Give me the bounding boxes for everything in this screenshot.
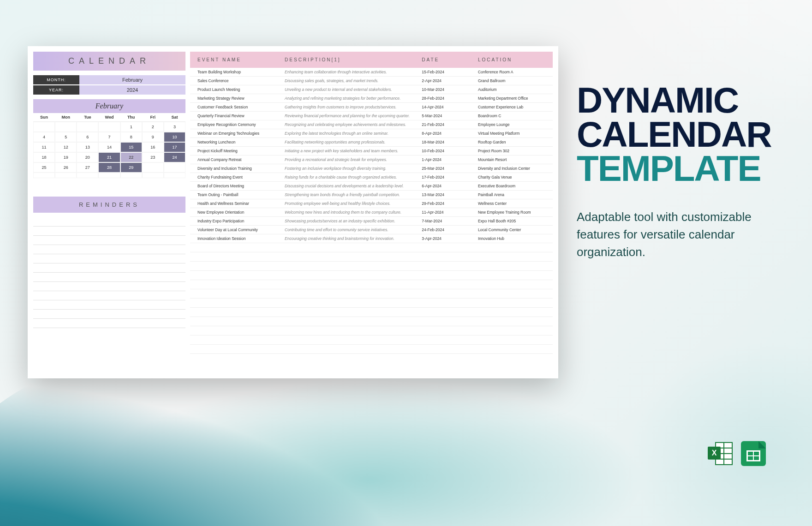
calendar-cell[interactable] <box>142 173 164 178</box>
calendar-cell[interactable]: 3 <box>164 122 185 132</box>
calendar-cell[interactable] <box>33 122 55 132</box>
reminder-row[interactable] <box>33 245 185 254</box>
calendar-cell[interactable]: 28 <box>98 162 120 173</box>
calendar-cell[interactable]: 15 <box>120 142 142 152</box>
calendar-cell[interactable]: 9 <box>142 132 164 142</box>
excel-icon: X <box>708 441 733 466</box>
event-row[interactable]: Annual Company RetreatProviding a recrea… <box>190 155 553 164</box>
reminder-row[interactable] <box>33 236 185 245</box>
event-row[interactable]: Charity Fundraising EventRaising funds f… <box>190 173 553 182</box>
calendar-cell[interactable]: 11 <box>33 142 55 152</box>
event-date: 28-Feb-2024 <box>418 96 474 101</box>
calendar-cell[interactable] <box>33 173 55 178</box>
event-location: Employee Lounge <box>474 122 549 127</box>
event-row-empty[interactable] <box>190 280 553 289</box>
calendar-cell[interactable]: 8 <box>120 132 142 142</box>
event-row[interactable]: Networking LuncheonFacilitating networki… <box>190 138 553 147</box>
event-row[interactable]: Project Kickoff MeetingInitiating a new … <box>190 147 553 155</box>
event-row-empty[interactable] <box>190 252 553 262</box>
event-row-empty[interactable] <box>190 271 553 280</box>
month-label: MONTH: <box>33 75 79 84</box>
calendar-cell[interactable]: 10 <box>164 132 185 142</box>
calendar-cell[interactable]: 2 <box>142 122 164 132</box>
reminder-row[interactable] <box>33 319 185 328</box>
event-row-empty[interactable] <box>190 308 553 317</box>
event-row[interactable]: Industry Expo ParticipationShowcasing pr… <box>190 217 553 226</box>
calendar-cell[interactable]: 27 <box>77 162 98 173</box>
calendar-cell[interactable]: 20 <box>77 152 98 162</box>
event-row[interactable]: Board of Directors MeetingDiscussing cru… <box>190 182 553 191</box>
calendar-cell[interactable]: 18 <box>33 152 55 162</box>
reminder-row[interactable] <box>33 254 185 263</box>
event-name: Industry Expo Participation <box>194 219 281 223</box>
reminder-row[interactable] <box>33 273 185 282</box>
calendar-cell[interactable]: 12 <box>55 142 77 152</box>
event-location: Paintball Arena <box>474 192 549 197</box>
event-row[interactable]: Sales ConferenceDiscussing sales goals, … <box>190 77 553 85</box>
reminder-row[interactable] <box>33 300 185 310</box>
calendar-cell[interactable]: 26 <box>55 162 77 173</box>
calendar-cell[interactable] <box>77 122 98 132</box>
event-row[interactable]: Team Building WorkshopEnhancing team col… <box>190 68 553 77</box>
event-row[interactable]: Webinar on Emerging TechnologiesExplorin… <box>190 129 553 138</box>
reminder-row[interactable] <box>33 217 185 227</box>
reminder-row[interactable] <box>33 227 185 236</box>
event-row-empty[interactable] <box>190 243 553 252</box>
calendar-cell[interactable] <box>55 173 77 178</box>
event-row-empty[interactable] <box>190 317 553 326</box>
calendar-cell[interactable]: 29 <box>120 162 142 173</box>
month-value[interactable]: February <box>79 75 185 84</box>
calendar-cell[interactable]: 19 <box>55 152 77 162</box>
event-row-empty[interactable] <box>190 299 553 308</box>
calendar-cell[interactable]: 21 <box>98 152 120 162</box>
calendar-cell[interactable]: 7 <box>98 132 120 142</box>
year-value[interactable]: 2024 <box>79 85 185 95</box>
event-location: Grand Ballroom <box>474 78 549 83</box>
event-name: Product Launch Meeting <box>194 87 281 92</box>
event-date: 7-Mar-2024 <box>418 219 474 223</box>
calendar-cell[interactable]: 17 <box>164 142 185 152</box>
calendar-cell[interactable] <box>98 122 120 132</box>
event-row-empty[interactable] <box>190 289 553 299</box>
reminder-row[interactable] <box>33 282 185 291</box>
calendar-cell[interactable]: 25 <box>33 162 55 173</box>
event-row-empty[interactable] <box>190 326 553 335</box>
event-row[interactable]: Marketing Strategy ReviewAnalyzing and r… <box>190 94 553 103</box>
calendar-cell[interactable]: 5 <box>55 132 77 142</box>
calendar-cell[interactable]: 24 <box>164 152 185 162</box>
event-row[interactable]: Health and Wellness SeminarPromoting emp… <box>190 199 553 208</box>
calendar-cell[interactable]: 4 <box>33 132 55 142</box>
calendar-cell[interactable] <box>120 173 142 178</box>
event-desc: Discussing sales goals, strategies, and … <box>281 78 418 83</box>
event-row-empty[interactable] <box>190 262 553 271</box>
calendar-cell[interactable] <box>164 162 185 173</box>
event-row[interactable]: Volunteer Day at Local CommunityContribu… <box>190 226 553 234</box>
calendar-cell[interactable] <box>77 173 98 178</box>
event-date: 25-Mar-2024 <box>418 166 474 171</box>
calendar-cell[interactable]: 13 <box>77 142 98 152</box>
month-year-selector: MONTH: February YEAR: 2024 <box>33 75 185 95</box>
event-row[interactable]: Diversity and Inclusion TrainingFosterin… <box>190 164 553 173</box>
calendar-cell[interactable]: 1 <box>120 122 142 132</box>
event-row-empty[interactable] <box>190 335 553 345</box>
event-row-empty[interactable] <box>190 345 553 354</box>
reminder-row[interactable] <box>33 310 185 319</box>
calendar-cell[interactable] <box>98 173 120 178</box>
event-row[interactable]: Employee Recognition CeremonyRecognizing… <box>190 120 553 129</box>
calendar-cell[interactable] <box>164 173 185 178</box>
event-row[interactable]: Quarterly Financial ReviewReviewing fina… <box>190 112 553 120</box>
calendar-cell[interactable] <box>142 162 164 173</box>
calendar-cell[interactable] <box>55 122 77 132</box>
reminder-row[interactable] <box>33 263 185 273</box>
reminder-row[interactable] <box>33 291 185 300</box>
event-row[interactable]: Innovation Ideation SessionEncouraging c… <box>190 234 553 243</box>
calendar-cell[interactable]: 22 <box>120 152 142 162</box>
event-row[interactable]: Product Launch MeetingUnveiling a new pr… <box>190 85 553 94</box>
event-row[interactable]: Team Outing - PaintballStrengthening tea… <box>190 191 553 199</box>
calendar-cell[interactable]: 16 <box>142 142 164 152</box>
calendar-cell[interactable]: 6 <box>77 132 98 142</box>
event-row[interactable]: Customer Feedback SessionGathering insig… <box>190 103 553 112</box>
calendar-cell[interactable]: 14 <box>98 142 120 152</box>
calendar-cell[interactable]: 23 <box>142 152 164 162</box>
event-row[interactable]: New Employee OrientationWelcoming new hi… <box>190 208 553 217</box>
